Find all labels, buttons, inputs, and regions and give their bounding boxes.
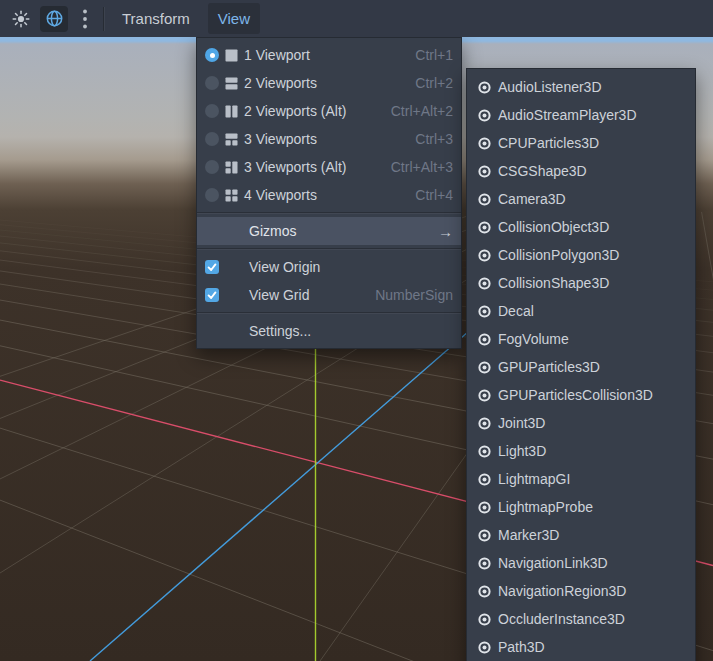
menu-item-settings[interactable]: Settings... xyxy=(197,317,461,345)
visibility-eye-icon xyxy=(477,472,492,487)
submenu-item-audiolistener3d[interactable]: AudioListener3D xyxy=(467,73,695,101)
shortcut-label: NumberSign xyxy=(375,287,453,303)
submenu-item-collisionpolygon3d[interactable]: CollisionPolygon3D xyxy=(467,241,695,269)
radio-unselected xyxy=(205,104,219,118)
submenu-item-cpuparticles3d[interactable]: CPUParticles3D xyxy=(467,129,695,157)
visibility-eye-icon xyxy=(477,276,492,291)
viewport-2h-icon xyxy=(224,76,239,91)
gizmo-item-label: Marker3D xyxy=(498,527,559,543)
transform-menu-button[interactable]: Transform xyxy=(112,3,200,34)
view-options-kebab-button[interactable] xyxy=(76,6,94,32)
menu-separator xyxy=(197,209,461,217)
menu-separator xyxy=(197,245,461,253)
submenu-item-marker3d[interactable]: Marker3D xyxy=(467,521,695,549)
gizmo-item-label: LightmapGI xyxy=(498,471,570,487)
submenu-item-navigationregion3d[interactable]: NavigationRegion3D xyxy=(467,577,695,605)
radio-unselected xyxy=(205,188,219,202)
submenu-item-gpuparticles3d[interactable]: GPUParticles3D xyxy=(467,353,695,381)
viewport-3alt-icon xyxy=(224,160,239,175)
submenu-item-lightmapgi[interactable]: LightmapGI xyxy=(467,465,695,493)
shortcut-label: Ctrl+2 xyxy=(415,75,453,91)
gizmo-item-label: Light3D xyxy=(498,443,546,459)
visibility-eye-icon xyxy=(477,584,492,599)
visibility-eye-icon xyxy=(477,556,492,571)
shortcut-label: Ctrl+1 xyxy=(415,47,453,63)
radio-unselected xyxy=(205,160,219,174)
shortcut-label: Ctrl+Alt+2 xyxy=(391,103,453,119)
gizmo-item-label: Joint3D xyxy=(498,415,545,431)
visibility-eye-icon xyxy=(477,136,492,151)
gizmo-item-label: FogVolume xyxy=(498,331,569,347)
preview-sunlight-button[interactable] xyxy=(8,6,34,32)
menu-item-view-origin[interactable]: View Origin xyxy=(197,253,461,281)
submenu-item-audiostreamplayer3d[interactable]: AudioStreamPlayer3D xyxy=(467,101,695,129)
gizmo-item-label: CPUParticles3D xyxy=(498,135,599,151)
visibility-eye-icon xyxy=(477,164,492,179)
visibility-eye-icon xyxy=(477,360,492,375)
shortcut-label: Ctrl+4 xyxy=(415,187,453,203)
submenu-item-navigationlink3d[interactable]: NavigationLink3D xyxy=(467,549,695,577)
checkmark-icon xyxy=(206,289,218,301)
viewport-options-group: 1 ViewportCtrl+12 ViewportsCtrl+22 Viewp… xyxy=(197,41,461,209)
gizmo-item-label: NavigationRegion3D xyxy=(498,583,626,599)
radio-unselected xyxy=(205,76,219,90)
view-toggles-group: View OriginView GridNumberSign xyxy=(197,253,461,309)
gizmo-item-label: CollisionShape3D xyxy=(498,275,609,291)
submenu-item-fogvolume[interactable]: FogVolume xyxy=(467,325,695,353)
menu-item-label: View Origin xyxy=(249,259,448,275)
gizmo-item-label: LightmapProbe xyxy=(498,499,593,515)
gizmo-item-label: GPUParticlesCollision3D xyxy=(498,387,653,403)
menu-item-label: 4 Viewports xyxy=(244,187,410,203)
submenu-item-decal[interactable]: Decal xyxy=(467,297,695,325)
menu-item-viewport-2v[interactable]: 2 Viewports (Alt)Ctrl+Alt+2 xyxy=(197,97,461,125)
menu-item-viewport-4[interactable]: 4 ViewportsCtrl+4 xyxy=(197,181,461,209)
viewport-1-icon xyxy=(224,48,239,63)
gizmos-label: Gizmos xyxy=(249,223,433,239)
view-menu-button[interactable]: View xyxy=(208,3,260,34)
gizmo-item-label: AudioStreamPlayer3D xyxy=(498,107,637,123)
submenu-item-camera3d[interactable]: Camera3D xyxy=(467,185,695,213)
gizmo-item-label: Decal xyxy=(498,303,534,319)
submenu-item-lightmapprobe[interactable]: LightmapProbe xyxy=(467,493,695,521)
visibility-eye-icon xyxy=(477,528,492,543)
gizmo-item-label: AudioListener3D xyxy=(498,79,602,95)
submenu-item-gpuparticlescollision3d[interactable]: GPUParticlesCollision3D xyxy=(467,381,695,409)
menu-item-viewport-2h[interactable]: 2 ViewportsCtrl+2 xyxy=(197,69,461,97)
visibility-eye-icon xyxy=(477,332,492,347)
visibility-eye-icon xyxy=(477,388,492,403)
menu-item-viewport-1[interactable]: 1 ViewportCtrl+1 xyxy=(197,41,461,69)
menu-item-label: 3 Viewports xyxy=(244,131,410,147)
view-menu-popup: 1 ViewportCtrl+12 ViewportsCtrl+22 Viewp… xyxy=(196,37,462,349)
visibility-eye-icon xyxy=(477,640,492,655)
submenu-item-light3d[interactable]: Light3D xyxy=(467,437,695,465)
radio-unselected xyxy=(205,132,219,146)
gizmo-item-label: CollisionPolygon3D xyxy=(498,247,619,263)
visibility-eye-icon xyxy=(477,500,492,515)
gizmo-item-label: OccluderInstance3D xyxy=(498,611,625,627)
kebab-menu-icon xyxy=(82,8,88,30)
menu-item-viewport-3[interactable]: 3 ViewportsCtrl+3 xyxy=(197,125,461,153)
visibility-eye-icon xyxy=(477,444,492,459)
visibility-eye-icon xyxy=(477,192,492,207)
menu-item-viewport-3alt[interactable]: 3 Viewports (Alt)Ctrl+Alt+3 xyxy=(197,153,461,181)
submenu-item-joint3d[interactable]: Joint3D xyxy=(467,409,695,437)
menu-item-label: 2 Viewports xyxy=(244,75,410,91)
submenu-item-path3d[interactable]: Path3D xyxy=(467,633,695,661)
submenu-item-collisionshape3d[interactable]: CollisionShape3D xyxy=(467,269,695,297)
settings-label: Settings... xyxy=(249,323,453,339)
visibility-eye-icon xyxy=(477,80,492,95)
shortcut-label: Ctrl+Alt+3 xyxy=(391,159,453,175)
submenu-item-occluderinstance3d[interactable]: OccluderInstance3D xyxy=(467,605,695,633)
visibility-eye-icon xyxy=(477,108,492,123)
menu-item-view-grid[interactable]: View GridNumberSign xyxy=(197,281,461,309)
preview-environment-button[interactable] xyxy=(40,6,68,32)
viewport-3-icon xyxy=(224,132,239,147)
submenu-item-collisionobject3d[interactable]: CollisionObject3D xyxy=(467,213,695,241)
shortcut-label: Ctrl+3 xyxy=(415,131,453,147)
submenu-item-csgshape3d[interactable]: CSGShape3D xyxy=(467,157,695,185)
viewport-2v-icon xyxy=(224,104,239,119)
menu-item-gizmos[interactable]: Gizmos → xyxy=(197,217,461,245)
visibility-eye-icon xyxy=(477,248,492,263)
viewport-4-icon xyxy=(224,188,239,203)
sun-icon xyxy=(11,9,31,29)
